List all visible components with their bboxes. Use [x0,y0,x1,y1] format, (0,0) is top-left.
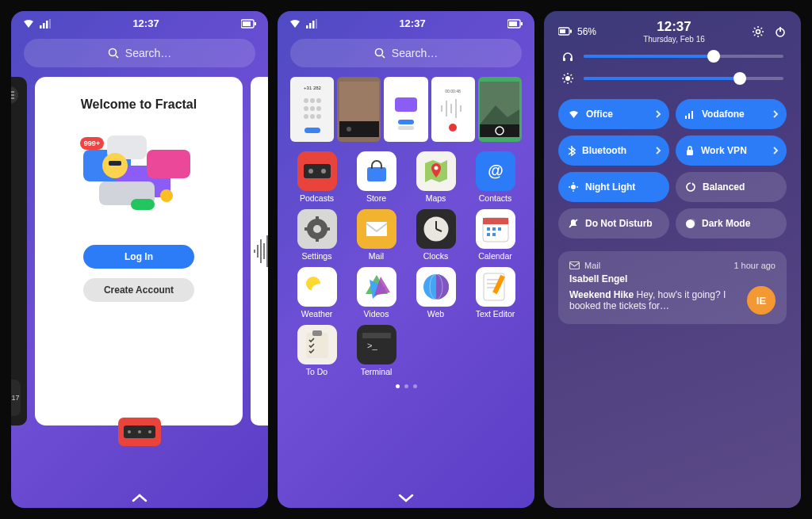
qs-tile-night-light[interactable]: Night Light [558,172,669,202]
vpn-icon [685,145,695,156]
nightlight-icon [568,181,579,193]
notif-sender: Isabell Engel [569,273,776,284]
notif-subject: Weekend Hike [569,289,634,300]
search-pill[interactable]: Search… [24,39,255,67]
focused-app-indicator[interactable] [118,418,161,446]
app-settings[interactable]: Settings [289,209,345,261]
darkmode-icon [685,219,695,229]
running-app-thumb-recorder[interactable]: 00:00:48 [431,77,475,142]
app-grid: PodcastsStoreMaps@ContactsSettingsMailCl… [278,147,534,376]
login-button[interactable]: Log In [83,245,194,269]
dnd-icon [568,218,579,229]
qs-tile-label: Do Not Disturb [585,218,661,229]
settings-icon[interactable] [752,25,764,38]
overview-card-next[interactable] [251,77,268,426]
running-app-thumb-photo[interactable] [337,77,381,142]
status-time: 12:37 [399,17,425,29]
app-label: Settings [302,251,332,261]
svg-point-79 [313,225,321,233]
battery-percent: 56% [577,26,596,37]
search-icon [108,48,119,59]
svg-point-46 [310,106,315,111]
phone-overview: 12:37 Search… 0:3:17 Welcome to Fractal [11,11,268,508]
svg-rect-53 [339,121,379,137]
svg-rect-80 [316,216,319,221]
app-to-do[interactable]: To Do [289,325,345,376]
phone-appgrid: 12:37 Search… +31 28200:00:48 PodcastsSt… [278,11,534,508]
app-label: Podcasts [300,193,334,203]
svg-point-47 [316,106,321,111]
create-account-button[interactable]: Create Account [83,278,194,302]
svg-line-8 [116,55,118,58]
app-text-editor[interactable]: Text Editor [467,267,523,319]
running-app-thumb-camera[interactable] [478,77,522,142]
search-placeholder: Search… [392,47,438,59]
chevron-up-icon[interactable] [131,492,148,503]
cellular-icon [685,110,695,119]
search-pill[interactable]: Search… [290,39,522,67]
running-apps-strip[interactable]: +31 28200:00:48 [278,77,534,147]
svg-point-117 [756,29,760,33]
notification-card[interactable]: Mail 1 hour ago Isabell Engel Weekend Hi… [558,251,787,324]
qs-tile-balanced[interactable]: Balanced [676,172,787,202]
qs-tile-vodafone[interactable]: Vodafone [676,99,787,129]
running-app-thumb-fractal[interactable] [384,77,427,142]
app-label: Maps [426,193,446,203]
qs-tile-work-vpn[interactable]: Work VPN [676,135,787,166]
app-maps[interactable]: Maps [408,151,464,203]
status-bar: 12:37 [11,11,268,32]
qs-tile-dark-mode[interactable]: Dark Mode [676,208,787,239]
svg-rect-91 [483,218,508,224]
brightness-slider[interactable] [584,77,783,80]
app-store[interactable]: Store [348,151,404,203]
app-label: Store [366,193,386,203]
app-videos[interactable]: Videos [348,267,404,319]
overview-card-prev[interactable]: 0:3:17 [11,77,27,426]
app-terminal[interactable]: >_Terminal [348,325,404,376]
svg-rect-71 [304,164,331,178]
power-icon[interactable] [774,25,787,38]
qs-time: 12:37 [643,19,705,35]
qs-tile-do-not-disturb[interactable]: Do Not Disturb [558,208,669,239]
svg-rect-1 [43,23,45,29]
svg-line-40 [382,55,385,58]
page-dot[interactable] [413,384,417,388]
svg-rect-38 [521,22,523,25]
app-web[interactable]: Web [408,267,464,319]
qs-topbar: 56% 12:37 Thursday, Feb 16 [544,11,801,45]
svg-point-50 [316,114,321,119]
app-contacts[interactable]: @Contacts [467,151,523,203]
volume-slider-row [544,45,801,67]
svg-rect-82 [304,227,309,231]
app-weather[interactable]: Weather [289,267,345,319]
chevron-right-icon [772,146,779,155]
qs-tile-office[interactable]: Office [558,99,669,129]
chevron-right-icon [655,146,661,155]
page-dot[interactable] [404,384,408,388]
svg-rect-132 [688,113,690,119]
svg-rect-34 [312,21,315,29]
svg-point-39 [375,49,382,56]
overview-carousel[interactable]: 0:3:17 Welcome to Fractal 999+ [11,77,268,426]
app-podcasts[interactable]: Podcasts [289,151,345,203]
app-clocks[interactable]: Clocks [408,209,464,261]
svg-rect-57 [398,120,414,124]
qs-tile-bluetooth[interactable]: Bluetooth [558,135,669,166]
app-mail[interactable]: Mail [348,209,404,261]
svg-rect-2 [46,21,48,29]
app-label: Terminal [361,367,393,376]
app-label: Mail [369,251,384,261]
chevron-right-icon [655,109,661,119]
page-dots[interactable] [278,384,534,388]
cellular-icon [306,19,317,29]
app-calendar[interactable]: Calendar [467,209,523,261]
overview-card-fractal[interactable]: Welcome to Fractal 999+ Log In Creat [35,77,243,426]
power-mode-icon [685,181,696,193]
qs-tile-label: Office [586,109,649,120]
running-app-thumb-dialer[interactable]: +31 282 [290,77,334,142]
svg-rect-58 [398,126,414,130]
page-dot[interactable] [396,384,400,388]
volume-slider[interactable] [584,55,783,58]
svg-rect-131 [685,116,687,119]
chevron-down-icon[interactable] [397,492,415,503]
